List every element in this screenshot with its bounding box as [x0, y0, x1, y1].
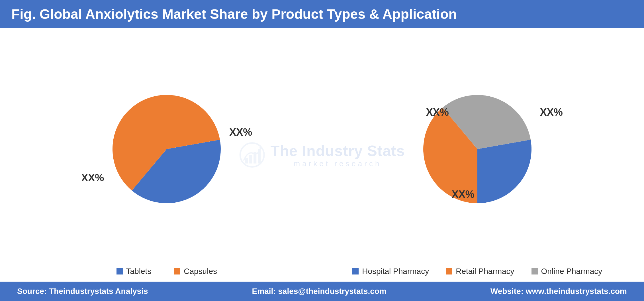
- hospital-swatch: [352, 268, 359, 274]
- online-swatch: [531, 268, 538, 274]
- legend-capsules: Capsules: [174, 267, 217, 276]
- left-pie-wrapper: XX% XX%: [107, 89, 226, 209]
- tablets-swatch: [116, 268, 123, 274]
- right-online-label: XX%: [426, 106, 449, 118]
- right-retail-label: XX%: [452, 188, 475, 200]
- legend-tablets: Tablets: [116, 267, 152, 276]
- retail-swatch: [446, 268, 452, 274]
- charts-area: XX% XX%: [11, 34, 633, 264]
- hospital-legend-label: Hospital Pharmacy: [362, 267, 429, 276]
- legend-area: Tablets Capsules Hospital Pharmacy Retai…: [11, 264, 633, 276]
- legend-online: Online Pharmacy: [531, 267, 602, 276]
- left-chart-container: XX% XX%: [107, 89, 226, 209]
- left-legend: Tablets Capsules: [11, 267, 322, 276]
- left-capsules-label: XX%: [81, 172, 104, 184]
- footer: Source: Theindustrystats Analysis Email:…: [0, 282, 644, 301]
- right-legend: Hospital Pharmacy Retail Pharmacy Online…: [322, 267, 633, 276]
- left-tablets-label: XX%: [229, 126, 252, 138]
- tablets-legend-label: Tablets: [126, 267, 152, 276]
- hospital-segment: [477, 140, 531, 203]
- main-content: The Industry Stats market research: [0, 28, 644, 282]
- capsules-swatch: [174, 268, 180, 274]
- left-pie-svg: [107, 89, 226, 209]
- right-pie-wrapper: XX% XX% XX%: [418, 89, 537, 209]
- page-title: Fig. Global Anxiolytics Market Share by …: [11, 7, 457, 22]
- footer-website: Website: www.theindustrystats.com: [490, 287, 627, 296]
- header: Fig. Global Anxiolytics Market Share by …: [0, 0, 644, 28]
- retail-legend-label: Retail Pharmacy: [456, 267, 514, 276]
- right-hospital-label: XX%: [540, 106, 563, 118]
- online-legend-label: Online Pharmacy: [541, 267, 602, 276]
- legend-retail: Retail Pharmacy: [446, 267, 514, 276]
- footer-source: Source: Theindustrystats Analysis: [17, 287, 148, 296]
- capsules-legend-label: Capsules: [184, 267, 217, 276]
- footer-email: Email: sales@theindustrystats.com: [252, 287, 386, 296]
- right-chart-container: XX% XX% XX%: [418, 89, 537, 209]
- legend-hospital: Hospital Pharmacy: [352, 267, 429, 276]
